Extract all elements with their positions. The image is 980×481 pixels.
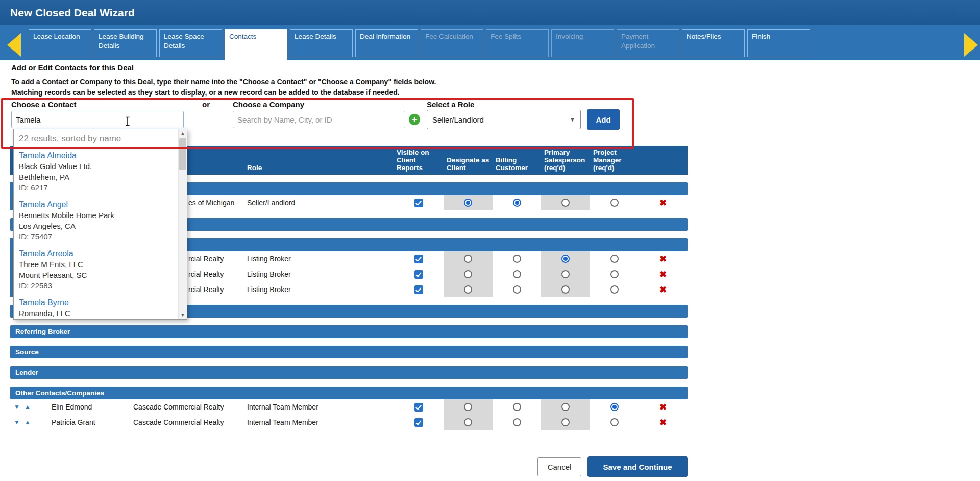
tabs-scroll-left-arrow-icon[interactable] [7, 33, 21, 57]
autocomplete-result[interactable]: Tamela AlmeidaBlack Gold Value Ltd.Bethl… [14, 148, 178, 197]
result-company: Three M Ents, LLC [19, 259, 173, 270]
primary-salesperson-radio[interactable] [561, 199, 570, 207]
primary-salesperson-radio[interactable] [561, 270, 570, 278]
reorder-controls: ▼▲ [10, 419, 52, 425]
tab-invoicing: Invoicing [551, 29, 614, 57]
text-caret [42, 115, 42, 125]
project-manager-radio[interactable] [610, 270, 619, 278]
project-manager-radio[interactable] [610, 199, 619, 207]
visible-cell [394, 195, 444, 210]
result-contact-name: Tamela Arreola [19, 248, 173, 259]
designate-as-client-radio[interactable] [464, 403, 472, 411]
delete-row-icon[interactable]: ✖ [659, 285, 667, 294]
delete-row-icon[interactable]: ✖ [659, 418, 667, 427]
scrollbar-up-arrow-icon[interactable]: ▲ [179, 129, 187, 137]
project-cell [590, 399, 639, 415]
primary-cell [541, 399, 590, 415]
visible-cell [394, 251, 444, 267]
delete-cell: ✖ [639, 399, 688, 415]
tab-finish[interactable]: Finish [747, 29, 810, 57]
delete-cell: ✖ [639, 282, 688, 297]
move-up-icon[interactable]: ▲ [24, 404, 31, 410]
dropdown-scrollbar[interactable]: ▲ ▼ [178, 129, 187, 319]
designate-as-client-radio[interactable] [464, 270, 472, 278]
project-manager-radio[interactable] [610, 255, 619, 263]
role-name: Internal Team Member [244, 415, 394, 430]
primary-salesperson-radio[interactable] [561, 403, 570, 411]
delete-cell: ✖ [639, 251, 688, 267]
designate-as-client-radio[interactable] [464, 285, 472, 294]
visible-on-reports-checkbox[interactable] [414, 255, 423, 263]
contact-search-input[interactable]: Tamela [11, 111, 184, 128]
delete-cell: ✖ [639, 415, 688, 430]
tab-lease-space-details[interactable]: Lease Space Details [159, 29, 222, 57]
choose-company-label: Choose a Company [233, 100, 304, 109]
delete-row-icon[interactable]: ✖ [659, 270, 667, 279]
project-manager-radio[interactable] [610, 403, 619, 411]
autocomplete-result[interactable]: Tamela ArreolaThree M Ents, LLCMount Ple… [14, 246, 178, 295]
designate-as-client-radio[interactable] [464, 255, 472, 263]
billing-cell [493, 251, 541, 267]
delete-row-icon[interactable]: ✖ [659, 255, 667, 263]
autocomplete-result[interactable]: Tamela ByrneRomanda, LLC [14, 295, 178, 319]
visible-on-reports-checkbox[interactable] [414, 403, 423, 412]
designate-as-client-radio[interactable] [464, 418, 472, 426]
scrollbar-thumb[interactable] [179, 138, 186, 170]
billing-customer-radio[interactable] [513, 418, 521, 426]
delete-row-icon[interactable]: ✖ [659, 403, 667, 412]
primary-salesperson-radio[interactable] [561, 285, 570, 294]
role-name: Listing Broker [244, 267, 394, 282]
project-cell [590, 415, 639, 430]
move-down-icon[interactable]: ▼ [14, 404, 20, 410]
add-new-company-icon[interactable]: + [409, 114, 420, 125]
result-id: ID: 22583 [19, 280, 173, 291]
result-contact-name: Tamela Almeida [19, 150, 173, 161]
scrollbar-down-arrow-icon[interactable]: ▼ [179, 311, 187, 319]
billing-customer-radio[interactable] [513, 199, 521, 207]
results-count-text: 22 results, sorted by name [14, 129, 178, 148]
primary-cell [541, 251, 590, 267]
tab-lease-building-details[interactable]: Lease Building Details [94, 29, 157, 57]
visible-on-reports-checkbox[interactable] [414, 270, 423, 279]
chevron-down-icon: ▼ [570, 116, 575, 123]
role-name: Seller/Landlord [244, 195, 394, 210]
visible-on-reports-checkbox[interactable] [414, 199, 423, 207]
tab-lease-details[interactable]: Lease Details [290, 29, 353, 57]
billing-customer-radio[interactable] [513, 255, 521, 263]
tab-deal-information[interactable]: Deal Information [355, 29, 418, 57]
tab-fee-calculation: Fee Calculation [421, 29, 483, 57]
cancel-button[interactable]: Cancel [537, 457, 581, 476]
billing-customer-radio[interactable] [513, 403, 521, 411]
delete-row-icon[interactable]: ✖ [659, 199, 667, 207]
autocomplete-result[interactable]: Tamela AngelBennetts Mobile Home ParkLos… [14, 197, 178, 246]
tab-lease-location[interactable]: Lease Location [29, 29, 91, 57]
visible-on-reports-checkbox[interactable] [414, 418, 423, 427]
billing-customer-radio[interactable] [513, 285, 521, 294]
result-company: Black Gold Value Ltd. [19, 161, 173, 172]
project-manager-radio[interactable] [610, 285, 619, 294]
column-header-primary-salesperson-req-d: Primary Salesperson (req'd) [541, 149, 590, 175]
wizard-tab-bar: Lease LocationLease Building DetailsLeas… [0, 25, 980, 60]
add-button[interactable]: Add [587, 109, 620, 130]
tab-contacts[interactable]: Contacts [225, 29, 287, 60]
tab-label: Invoicing [556, 33, 583, 40]
designate-as-client-radio[interactable] [464, 199, 472, 207]
project-manager-radio[interactable] [610, 418, 619, 426]
save-and-continue-button[interactable]: Save and Continue [587, 456, 688, 477]
section-bar-lender: Lender [10, 366, 688, 379]
contact-search-value: Tamela [16, 115, 40, 124]
primary-salesperson-radio[interactable] [561, 418, 570, 426]
primary-salesperson-radio[interactable] [561, 255, 570, 263]
result-company: Bennetts Mobile Home Park [19, 210, 173, 221]
autocomplete-results-list: 22 results, sorted by name Tamela Almeid… [14, 129, 178, 319]
tabs-scroll-right-arrow-icon[interactable] [964, 33, 978, 57]
tab-notes-files[interactable]: Notes/Files [682, 29, 745, 57]
role-select[interactable]: Seller/Landlord ▼ [427, 110, 581, 129]
move-up-icon[interactable]: ▲ [24, 419, 31, 425]
role-select-value: Seller/Landlord [432, 115, 484, 124]
result-contact-name: Tamela Angel [19, 199, 173, 210]
company-search-input[interactable]: Search by Name, City, or ID [233, 111, 405, 128]
billing-customer-radio[interactable] [513, 270, 521, 278]
move-down-icon[interactable]: ▼ [14, 419, 20, 425]
visible-on-reports-checkbox[interactable] [414, 285, 423, 294]
